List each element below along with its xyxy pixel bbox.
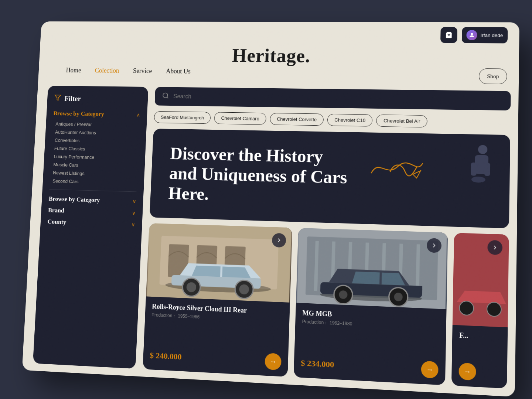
hero-banner: Discover the History and Uniqueness of C… [150, 129, 510, 228]
car-info-1: Rolls-Royce Silver Cloud III Rear Produc… [144, 296, 290, 354]
svg-rect-6 [484, 163, 490, 176]
filter-icon [54, 94, 61, 103]
chevron-down-icon: ∨ [132, 210, 136, 216]
user-menu-button[interactable]: Irfan dede [462, 27, 508, 43]
list-item[interactable]: Antiques / PreWar [55, 121, 140, 128]
car-image-partial [453, 233, 509, 327]
hero-title: Discover the History and Uniqueness of C… [168, 143, 353, 208]
car-arrow-button-2[interactable]: → [421, 361, 438, 379]
shop-button[interactable]: Shop [479, 68, 507, 84]
car-info-3: F... [452, 325, 508, 365]
sidebar: Filter Browse by Category ∧ Antiques / P… [33, 86, 149, 369]
filter-chips: SeaFord Mustangrch Chevrolet Camaro Chev… [154, 111, 510, 129]
svg-point-7 [471, 176, 485, 183]
nav-service[interactable]: Service [133, 67, 152, 75]
svg-point-0 [471, 33, 473, 35]
nav-about[interactable]: About Us [166, 68, 191, 75]
filter-title: Filter [64, 95, 81, 103]
svg-point-36 [487, 302, 501, 316]
car-arrow-button-1[interactable]: → [265, 353, 282, 371]
chip-c10[interactable]: Chevrolet C10 [327, 114, 373, 127]
browse-category-2-section[interactable]: Browse by Category ∨ [48, 195, 136, 205]
avatar [467, 30, 478, 40]
svg-point-35 [459, 301, 474, 315]
hero-decoration [367, 151, 425, 182]
car-footer-3: → [451, 362, 507, 388]
category-browse-active: Browse by Category ∧ Antiques / PreWar A… [50, 110, 140, 186]
car-price-2: $ 234.000 [301, 358, 334, 370]
chip-seaford[interactable]: SeaFord Mustangrch [154, 111, 211, 124]
filter-header: Filter [54, 94, 141, 104]
category-header-active[interactable]: Browse by Category ∧ [53, 110, 140, 119]
user-name: Irfan dede [480, 33, 503, 38]
top-bar: Irfan dede [40, 21, 519, 48]
car-card-partial: F... → [451, 233, 509, 389]
page-container: Irfan dede Heritage. Home Colection Serv… [22, 21, 519, 397]
list-item[interactable]: Muscle Cars [53, 162, 138, 169]
list-item[interactable]: Newest Listings [53, 170, 137, 177]
car-grid: Rolls-Royce Silver Cloud III Rear Produc… [143, 223, 509, 389]
brand-section[interactable]: Brand ∨ [48, 207, 136, 216]
list-item[interactable]: AutoHunter Auctions [55, 129, 139, 136]
collapsed-label: Browse by Category [48, 195, 100, 204]
chip-camaro[interactable]: Chevrolet Camaro [214, 112, 266, 125]
svg-rect-5 [471, 163, 477, 176]
search-bar [154, 87, 511, 110]
cart-icon [445, 31, 453, 39]
search-input[interactable] [173, 93, 503, 104]
car-card-mg-mgb: MG MGB Production： 1962–1980 $ 234.000 → [294, 228, 448, 385]
right-content: SeaFord Mustangrch Chevrolet Camaro Chev… [143, 87, 511, 388]
chevron-down-icon: ∨ [132, 198, 136, 204]
divider [49, 189, 136, 192]
car-name-3: F... [459, 331, 501, 341]
chevron-up-icon: ∧ [136, 112, 140, 118]
user-icon [468, 32, 475, 38]
car-info-2: MG MGB Production： 1962–1980 [294, 303, 447, 362]
chip-belair[interactable]: Chevrolet Bel Air [376, 115, 427, 127]
county-section[interactable]: County ∨ [47, 218, 135, 228]
car-arrow-button-3[interactable]: → [458, 362, 476, 381]
chip-corvette[interactable]: Chevrolet Corvette [270, 113, 324, 126]
list-item[interactable]: Second Cars [52, 178, 137, 185]
car-image-mg-mgb [296, 228, 448, 309]
car-card-rolls-royce: Rolls-Royce Silver Cloud III Rear Produc… [143, 223, 292, 377]
search-icon [162, 92, 169, 101]
brand-label: Brand [48, 207, 64, 214]
car-image-rolls-royce [146, 223, 292, 303]
svg-point-3 [478, 145, 488, 154]
list-item[interactable]: Luxury Performance [54, 154, 138, 161]
nav-home[interactable]: Home [66, 66, 81, 74]
category-label-active: Browse by Category [53, 110, 104, 118]
list-item[interactable]: Future Classics [54, 146, 139, 153]
svg-marker-1 [55, 95, 61, 100]
cart-button[interactable] [440, 27, 457, 43]
nav-collection[interactable]: Colection [95, 67, 119, 75]
list-item[interactable]: Convertibles [55, 137, 139, 144]
nav: Home Colection Service About Us [66, 66, 191, 75]
car-price-1: $ 240.000 [150, 351, 182, 362]
county-label: County [47, 218, 66, 226]
category-items-list: Antiques / PreWar AutoHunter Auctions Co… [50, 121, 140, 186]
hero-illustration [463, 141, 494, 189]
chevron-down-icon: ∨ [131, 221, 135, 228]
main-content: Filter Browse by Category ∧ Antiques / P… [33, 86, 511, 389]
